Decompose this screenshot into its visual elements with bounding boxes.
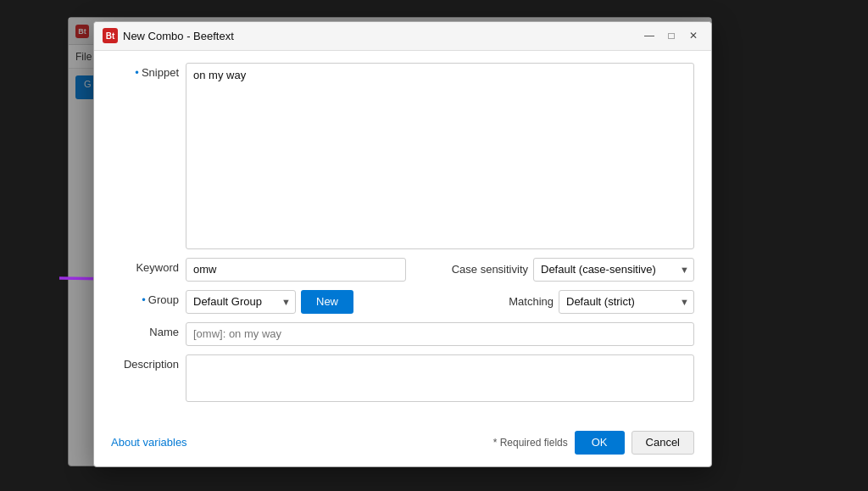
sensitivity-group: Case sensitivity Default (case-sensitive… (452, 258, 694, 282)
snippet-input[interactable]: on my way (186, 63, 694, 249)
dialog-title: New Combo - Beeftext (123, 30, 635, 42)
name-input[interactable] (186, 322, 694, 346)
group-select[interactable]: Default Group (186, 290, 296, 314)
keyword-controls: Case sensitivity Default (case-sensitive… (186, 258, 694, 282)
ok-button[interactable]: OK (575, 431, 625, 455)
dialog-titlebar: Bt New Combo - Beeftext — □ ✕ (94, 22, 711, 51)
keyword-input[interactable] (186, 258, 406, 282)
footer-right: * Required fields OK Cancel (493, 431, 694, 455)
name-row: Name (111, 322, 694, 346)
group-select-wrap: Default Group ▼ (186, 290, 296, 314)
matching-group: Matching Default (strict) Strict Loose ▼ (509, 290, 694, 314)
group-required-dot: • (142, 293, 146, 306)
window-controls: — □ ✕ (640, 26, 703, 45)
name-label: Name (111, 322, 179, 338)
matching-label: Matching (509, 295, 554, 308)
sensitivity-select[interactable]: Default (case-sensitive) Sensitive Insen… (533, 258, 694, 282)
description-input[interactable] (186, 354, 694, 402)
dialog-footer: About variables * Required fields OK Can… (94, 422, 711, 466)
snippet-row: •Snippet on my way (111, 63, 694, 249)
sensitivity-label: Case sensitivity (452, 263, 528, 276)
snippet-label: •Snippet (111, 63, 179, 79)
matching-select-wrap: Default (strict) Strict Loose ▼ (559, 290, 694, 314)
group-label: •Group (111, 290, 179, 306)
description-row: Description (111, 354, 694, 402)
about-variables-link[interactable]: About variables (111, 436, 187, 449)
maximize-button[interactable]: □ (662, 26, 681, 45)
dialog-app-icon: Bt (103, 28, 118, 43)
description-label: Description (111, 354, 179, 371)
snippet-required-dot: • (135, 66, 139, 79)
group-row: •Group Default Group ▼ New Matching (111, 290, 694, 314)
required-note: * Required fields (493, 437, 568, 449)
keyword-row: Keyword Case sensitivity Default (case-s… (111, 258, 694, 282)
keyword-label: Keyword (111, 258, 179, 274)
sensitivity-select-wrap: Default (case-sensitive) Sensitive Insen… (533, 258, 694, 282)
group-controls: Default Group ▼ New Matching Default (st… (186, 290, 694, 314)
new-combo-dialog: Bt New Combo - Beeftext — □ ✕ •Snippet o… (93, 21, 712, 467)
cancel-button[interactable]: Cancel (632, 431, 694, 455)
minimize-button[interactable]: — (640, 26, 659, 45)
close-button[interactable]: ✕ (684, 26, 703, 45)
dialog-overlay: Bt New Combo - Beeftext — □ ✕ •Snippet o… (85, 8, 721, 479)
dialog-body: •Snippet on my way Keyword Case sensitiv… (94, 51, 711, 422)
new-group-button[interactable]: New (301, 290, 353, 314)
matching-select[interactable]: Default (strict) Strict Loose (559, 290, 694, 314)
